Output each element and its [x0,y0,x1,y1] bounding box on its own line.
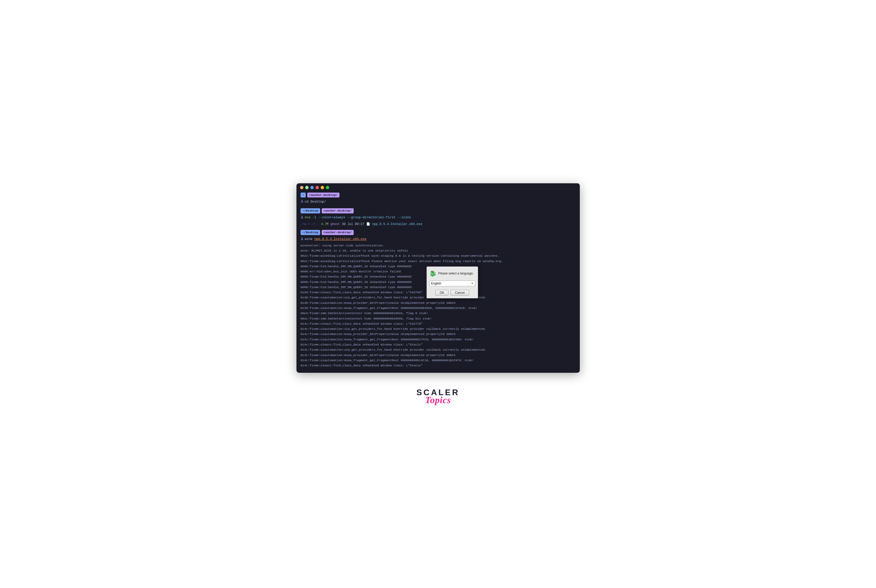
prompt-section-2: ~/Desktop rancher-desktop/ [296,207,580,214]
dot-3 [310,186,314,189]
file-name: npp.8.5.4.Installer.x64.exe [372,222,422,227]
dialog-ok-button[interactable]: OK [435,290,448,296]
file-line: .rw-r--r-- 4.7M ghost 30 Jul 00:17 📄 npp… [296,221,580,227]
output-line-16: 014c:fixme:oleacc:find_class_data unhand… [296,321,580,327]
prompt-section-3: ~/Desktop rancher-desktop/ [296,229,580,236]
output-line-18: 014c:fixme:uiautomation:msaa_provider_Ge… [296,332,580,337]
badge-path-2: rancher-desktop/ [322,208,354,213]
output-line-12: 0130:fixme:uiautomation:msaa_provider_Ge… [296,300,580,306]
file-size: 4.7M [321,222,329,227]
output-line-3: 002c:fixme:winediag:LdrInitializeThunk w… [296,254,580,258]
output-line-17: 014c:fixme:uiautomation:uia_get_provider… [296,327,580,332]
prompt-section-1: ~ rancher-desktop/ [296,192,580,198]
scaler-logo: SCALER Topics [416,388,460,405]
dialog-icon: 🐉 [430,269,436,278]
language-select[interactable]: English French German Spanish Chinese Ja… [430,280,475,286]
terminal-window: ~ rancher-desktop/ λ cd Desktop/ ~/Deskt… [296,183,580,373]
language-dialog: 🐉 Please select a language. English Fren… [427,267,478,298]
file-date: 30 Jul 00:17 [342,222,364,227]
logo-text: SCALER Topics [416,388,460,405]
badge-tilde-3: ~/Desktop [301,230,320,235]
output-line-13: 0130:fixme:uiautomation:msaa_fragment_ge… [296,306,580,311]
cmd-line-3: λ wine npp.8.5.4.Installer.x64.exe [296,236,580,243]
output-line-4: 002c:fixme:winediag:LdrInitializeThunk P… [296,259,580,264]
output-line-15: 002c:fixme:imm:ImeSetActiveContext himc … [296,316,580,321]
output-line-21: 014c:fixme:uiautomation:uia_get_provider… [296,347,580,352]
terminal-titlebar [296,183,580,192]
scaler-topics-script: Topics [425,395,451,405]
terminal-body: ~ rancher-desktop/ λ cd Desktop/ ~/Deskt… [296,192,580,373]
output-line-1: wineserver: using server-side synchroniz… [296,243,580,248]
dialog-header: 🐉 Please select a language. [427,267,478,280]
lambda-3: λ [301,237,303,242]
output-line-19: 014c:fixme:uiautomation:msaa_fragment_ge… [296,337,580,342]
badge-tilde-2: ~/Desktop [301,208,320,213]
installer-link[interactable]: npp.8.5.4.Installer.x64.exe [314,237,367,241]
cmd-2: exa -l --color=always --group-directorie… [305,215,411,220]
output-line-22: 014c:fixme:uiautomation:msaa_provider_Ge… [296,353,580,358]
lambda-2: λ [301,215,303,220]
dot-close[interactable] [316,186,319,189]
dialog-cancel-button[interactable]: Cancel [451,290,469,296]
dot-1 [300,186,304,189]
output-line-23: 014c:fixme:uiautomation:msaa_fragment_ge… [296,358,580,363]
badge-tilde-1: ~ [301,193,306,198]
file-owner: ghost [331,222,340,227]
file-perms: .rw-r--r-- [301,222,319,227]
dialog-content: English French German Spanish Chinese Ja… [427,280,478,288]
badge-path-3: rancher-desktop/ [322,230,354,235]
dot-maximize[interactable] [326,186,329,189]
cmd-3: wine npp.8.5.4.Installer.x64.exe [305,237,367,242]
dot-minimize[interactable] [321,186,324,189]
dialog-title: Please select a language. [439,271,474,276]
output-line-14: 00e4:fixme:imm:ImeSetActiveContext himc … [296,311,580,316]
file-icon: 📄 [366,222,370,227]
badge-path-1: rancher-desktop/ [307,193,339,198]
lambda-1: λ [301,199,303,205]
cmd-line-2: λ exa -l --color=always --group-director… [296,214,580,221]
output-line-24: 014c:fixme:oleacc:find_class_data unhand… [296,363,580,368]
dot-2 [305,186,309,189]
output-line-2: wine: RLIMIT_NICE is ≤ 20, unable to use… [296,248,580,254]
cmd-line-1: λ cd Desktop/ [296,198,580,206]
language-select-wrapper: English French German Spanish Chinese Ja… [430,280,475,286]
output-line-20: 014c:fixme:oleacc:find_class_data unhand… [296,342,580,347]
page-wrapper: ~ rancher-desktop/ λ cd Desktop/ ~/Deskt… [296,183,580,405]
dialog-buttons: OK Cancel [427,288,478,298]
cmd-1: cd Desktop/ [305,200,326,204]
